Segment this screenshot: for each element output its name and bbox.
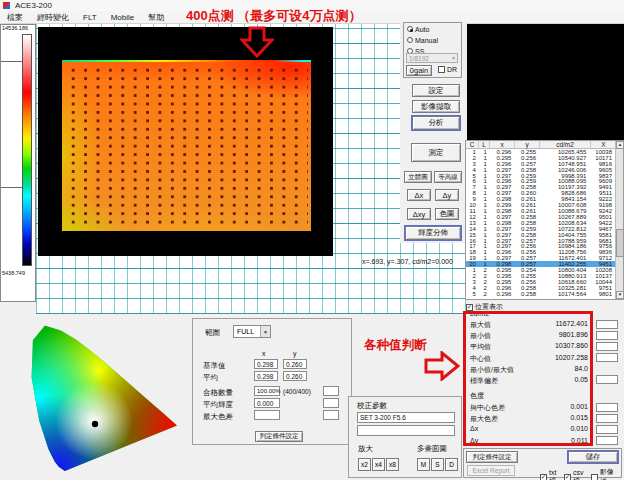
stat-edit-box[interactable] bbox=[596, 320, 618, 329]
stat-row: 中心值10207.258 bbox=[462, 353, 624, 364]
stat-value: 0.015 bbox=[570, 414, 588, 421]
menu-item-2[interactable]: FLT bbox=[76, 13, 104, 22]
stat-row: 最小值/最大值84.0 bbox=[462, 364, 624, 375]
zoom-button-x4[interactable]: x4 bbox=[372, 458, 385, 471]
checkbox[interactable] bbox=[591, 474, 598, 480]
judge-condition-button-2[interactable]: 判定條件設定 bbox=[466, 451, 518, 463]
menu-item-1[interactable]: 經時變化 bbox=[30, 12, 76, 23]
stat-value: 84.0 bbox=[574, 365, 588, 372]
stat-edit-box[interactable] bbox=[596, 414, 618, 423]
stat-edit-box[interactable] bbox=[596, 375, 618, 384]
scroll-up-icon[interactable]: ▲ bbox=[616, 141, 624, 149]
zoom-button-group: x2x4x8 bbox=[358, 458, 400, 471]
check-label: 影像檔 bbox=[600, 467, 619, 480]
avg-luminance-box[interactable] bbox=[323, 398, 339, 408]
stat-label: 最大值 bbox=[470, 320, 491, 330]
range-dropdown[interactable]: FULL ▼ bbox=[233, 325, 271, 338]
delta-xy-button[interactable]: Δxy bbox=[407, 208, 431, 220]
table-row[interactable]: 520.2960.25810174.5649801 bbox=[466, 291, 615, 297]
annotation-down-arrow-icon bbox=[240, 26, 274, 58]
multi-view-button-S[interactable]: S bbox=[431, 458, 444, 471]
settings-button[interactable]: 設定 bbox=[412, 84, 460, 97]
stat-row: Δy0.011 bbox=[462, 436, 624, 447]
stat-edit-box[interactable] bbox=[596, 436, 618, 445]
multi-view-button-D[interactable]: D bbox=[445, 458, 458, 471]
menu-item-0[interactable]: 檔案 bbox=[0, 12, 30, 23]
table-cell: 2 bbox=[479, 291, 490, 297]
mode-option[interactable]: Auto bbox=[407, 24, 461, 34]
scroll-down-icon[interactable]: ▼ bbox=[616, 291, 624, 299]
stereo-button[interactable]: 立體圖 bbox=[404, 171, 432, 183]
radio-button[interactable] bbox=[407, 37, 413, 43]
pass-count-field[interactable]: 100.00% bbox=[254, 386, 280, 396]
avg-luminance-field[interactable]: 0.000 bbox=[254, 398, 280, 408]
capture-button[interactable]: 影像擷取 bbox=[412, 100, 460, 113]
reference-y-field[interactable]: 0.260 bbox=[283, 359, 307, 369]
luminance-dist-button[interactable]: 輝度分佈 bbox=[405, 226, 461, 240]
dr-checkbox-group[interactable]: DR bbox=[438, 66, 457, 73]
luminance-heatmap[interactable] bbox=[38, 27, 333, 256]
avg-luminance-label: 平均輝度 bbox=[203, 400, 233, 410]
heatmap-top-band bbox=[62, 60, 311, 62]
judge-condition-button[interactable]: 判定條件設定 bbox=[255, 431, 303, 442]
max-color-diff-label: 最大色差 bbox=[203, 412, 233, 422]
menu-item-3[interactable]: Mobile bbox=[104, 13, 142, 22]
delta-y-button[interactable]: Δy bbox=[435, 189, 459, 201]
save-check-option[interactable]: 影像檔 bbox=[591, 467, 619, 480]
pass-count-box[interactable] bbox=[323, 386, 339, 396]
scrollbar-thumb[interactable] bbox=[616, 229, 624, 257]
reference-x-field[interactable]: 0.298 bbox=[254, 359, 278, 369]
colormap-button[interactable]: 色圖 bbox=[435, 208, 459, 220]
dr-checkbox[interactable] bbox=[438, 66, 445, 73]
cie-chromaticity-diagram[interactable] bbox=[30, 314, 190, 476]
stat-edit-box[interactable] bbox=[596, 353, 618, 362]
table-header-row: CLxycd/m2X bbox=[466, 141, 623, 149]
calibration-param-field[interactable]: SET 3-200 F5.6 bbox=[357, 412, 455, 423]
calibration-param2-field[interactable] bbox=[357, 425, 455, 436]
calibration-panel: 校正參數 SET 3-200 F5.6 放大 x2x4x8 多畫面圖 MSD bbox=[348, 396, 462, 478]
multi-view-button-M[interactable]: M bbox=[417, 458, 430, 471]
stat-edit-box[interactable] bbox=[596, 403, 618, 412]
save-check-option[interactable]: txt檔 bbox=[540, 467, 562, 480]
measure-button[interactable]: 測定 bbox=[411, 143, 461, 162]
zoom-label: 放大 bbox=[358, 444, 373, 454]
zoom-button-x8[interactable]: x8 bbox=[386, 458, 399, 471]
stat-value: 0.011 bbox=[571, 437, 588, 444]
heatmap-measure-points bbox=[65, 64, 308, 227]
save-button[interactable]: 儲存 bbox=[568, 451, 618, 463]
stat-value: 0.001 bbox=[570, 403, 588, 410]
zoom-button-x2[interactable]: x2 bbox=[358, 458, 371, 471]
delta-x-button[interactable]: Δx bbox=[407, 189, 431, 201]
gain-dropdown[interactable]: 1/8192 ▼ bbox=[406, 53, 458, 63]
table-cell: 10174.564 bbox=[539, 291, 589, 297]
checkbox[interactable] bbox=[540, 474, 547, 480]
multi-view-label: 多畫面圖 bbox=[417, 444, 447, 454]
average-x-field[interactable]: 0.298 bbox=[254, 371, 278, 381]
table-scrollbar[interactable]: ▲ ▼ bbox=[615, 141, 623, 299]
table-body[interactable]: 110.2960.25510265.45510038210.2950.25610… bbox=[466, 149, 615, 299]
stat-edit-box[interactable] bbox=[596, 331, 618, 340]
max-color-diff-field[interactable] bbox=[254, 410, 280, 420]
excel-report-button[interactable]: Excel Report bbox=[467, 465, 515, 476]
table-header: cd/m2 bbox=[540, 141, 591, 148]
average-y-field[interactable]: 0.260 bbox=[283, 371, 307, 381]
menu-item-4[interactable]: 幫助 bbox=[141, 12, 171, 23]
calibration-title: 校正參數 bbox=[357, 401, 387, 411]
stat-edit-box[interactable] bbox=[596, 342, 618, 351]
analyze-button[interactable]: 分析 bbox=[412, 116, 460, 130]
check-label: csv檔 bbox=[573, 469, 589, 480]
contour-button[interactable]: 等高線 bbox=[434, 171, 462, 183]
app-window: ACE3-200 檔案經時變化FLTMobile幫助 14536.186 543… bbox=[0, 0, 624, 480]
stat-edit-box[interactable] bbox=[596, 425, 618, 434]
stat-label: 標準偏差 bbox=[470, 376, 498, 386]
stat-label: 最大色差 bbox=[470, 414, 498, 424]
save-check-option[interactable]: csv檔 bbox=[564, 467, 589, 480]
save-panel: 判定條件設定 儲存 Excel Report txt檔csv檔影像檔 bbox=[463, 448, 622, 478]
checkbox[interactable] bbox=[564, 474, 571, 480]
max-color-diff-box[interactable] bbox=[323, 410, 339, 420]
measurement-table[interactable]: CLxycd/m2X 110.2960.25510265.45510038210… bbox=[465, 140, 624, 300]
mode-option[interactable]: Manual bbox=[407, 35, 461, 45]
mode-label: Manual bbox=[415, 37, 438, 44]
zero-gain-button[interactable]: 0gain bbox=[406, 65, 432, 76]
radio-button[interactable] bbox=[407, 26, 413, 32]
